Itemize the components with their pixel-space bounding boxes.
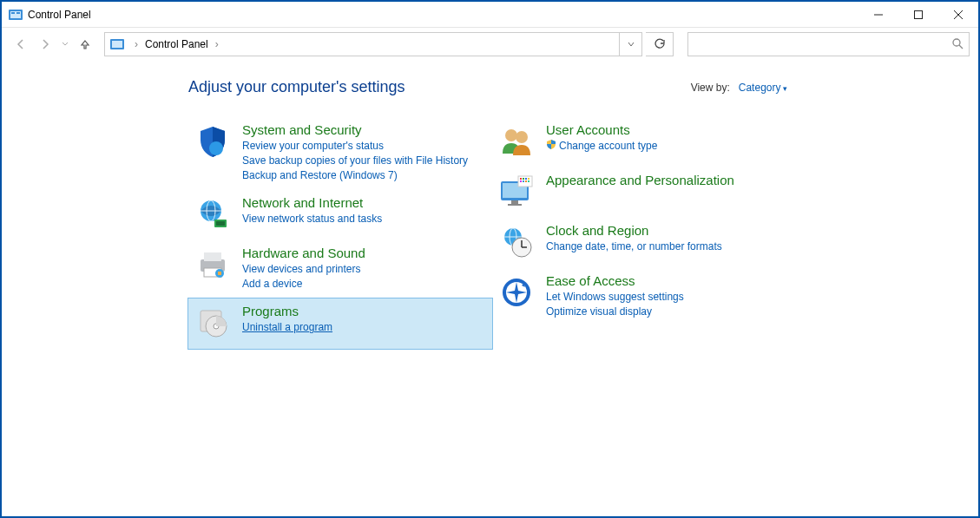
back-button[interactable]	[10, 34, 31, 55]
address-bar[interactable]: › Control Panel ›	[104, 32, 642, 56]
category-title[interactable]: Network and Internet	[242, 195, 382, 210]
user-accounts-icon	[497, 122, 536, 161]
svg-rect-35	[525, 178, 527, 180]
svg-rect-9	[112, 41, 122, 48]
close-button[interactable]	[938, 2, 978, 27]
category-link-uninstall[interactable]: Uninstall a program	[242, 320, 332, 335]
category-ease-of-access[interactable]: Ease of Access Let Windows suggest setti…	[492, 268, 796, 326]
category-network-internet[interactable]: Network and Internet View network status…	[188, 190, 492, 240]
control-panel-appicon	[9, 8, 23, 22]
navbar: › Control Panel ›	[2, 28, 978, 61]
svg-rect-19	[204, 252, 221, 261]
minimize-button[interactable]	[858, 2, 898, 27]
category-link[interactable]: Add a device	[242, 277, 365, 292]
clock-globe-icon	[497, 223, 536, 261]
titlebar: Control Panel	[2, 2, 978, 28]
svg-line-11	[959, 45, 963, 49]
category-grid: System and Security Review your computer…	[2, 117, 978, 349]
svg-rect-39	[525, 180, 527, 182]
category-hardware-sound[interactable]: Hardware and Sound View devices and prin…	[188, 240, 492, 298]
forward-button[interactable]	[35, 34, 56, 55]
left-column: System and Security Review your computer…	[188, 117, 492, 349]
category-link[interactable]: Change date, time, or number formats	[546, 239, 722, 254]
crumb-sep-icon[interactable]: ›	[129, 38, 143, 50]
category-link[interactable]: Save backup copies of your files with Fi…	[242, 154, 468, 168]
search-icon	[951, 37, 964, 52]
printer-icon	[194, 246, 232, 284]
content-area: Adjust your computer's settings View by:…	[2, 61, 978, 516]
category-link[interactable]: View network status and tasks	[242, 212, 382, 226]
category-appearance-personalization[interactable]: Appearance and Personalization	[492, 167, 796, 218]
svg-rect-40	[528, 180, 529, 182]
category-title[interactable]: User Accounts	[546, 122, 657, 137]
up-button[interactable]	[75, 34, 95, 55]
category-user-accounts[interactable]: User Accounts Change account type	[492, 117, 796, 167]
category-link[interactable]: Let Windows suggest settings	[546, 290, 684, 305]
programs-disc-icon	[194, 304, 232, 342]
globe-network-icon	[194, 195, 232, 233]
category-link[interactable]: View devices and printers	[242, 262, 365, 277]
svg-rect-3	[16, 12, 20, 14]
ease-of-access-icon	[497, 273, 536, 311]
category-title[interactable]: System and Security	[242, 122, 468, 137]
monitor-personalization-icon	[497, 173, 536, 211]
svg-rect-36	[528, 178, 529, 180]
view-by-label: View by:	[691, 82, 730, 94]
category-title[interactable]: Ease of Access	[546, 273, 684, 288]
view-by-dropdown[interactable]: Category	[739, 82, 787, 94]
svg-rect-17	[216, 221, 225, 226]
svg-point-12	[209, 141, 223, 155]
category-title[interactable]: Hardware and Sound	[242, 246, 365, 260]
svg-point-27	[516, 131, 528, 143]
category-title[interactable]: Programs	[242, 304, 332, 318]
window-title: Control Panel	[28, 9, 858, 21]
window-buttons	[858, 2, 978, 27]
shield-icon	[194, 122, 232, 161]
page-title: Adjust your computer's settings	[188, 78, 691, 96]
control-panel-crumb-icon	[109, 36, 126, 53]
address-history-dropdown[interactable]	[619, 33, 641, 56]
category-clock-region[interactable]: Clock and Region Change date, time, or n…	[492, 218, 796, 268]
breadcrumb-control-panel[interactable]: Control Panel	[143, 38, 210, 50]
control-panel-window: Control Panel	[2, 2, 978, 516]
search-input[interactable]	[687, 32, 970, 56]
crumb-sep-icon[interactable]: ›	[210, 38, 224, 50]
view-by: View by: Category	[691, 82, 787, 94]
svg-rect-22	[218, 272, 221, 275]
category-link[interactable]: Optimize visual display	[546, 305, 684, 319]
svg-rect-38	[523, 180, 524, 182]
recent-dropdown-icon[interactable]	[59, 34, 71, 55]
category-programs[interactable]: Programs Uninstall a program	[187, 298, 493, 350]
svg-rect-31	[508, 204, 522, 206]
content-header: Adjust your computer's settings View by:…	[2, 78, 978, 96]
svg-rect-30	[511, 200, 518, 204]
category-link[interactable]: Change account type	[546, 139, 657, 154]
svg-rect-33	[520, 178, 522, 180]
svg-rect-2	[11, 12, 15, 14]
svg-rect-37	[520, 180, 522, 182]
svg-point-26	[505, 129, 517, 141]
svg-point-10	[953, 39, 960, 46]
right-column: User Accounts Change account type	[492, 117, 796, 349]
svg-rect-34	[523, 178, 524, 180]
category-link[interactable]: Review your computer's status	[242, 139, 468, 154]
refresh-button[interactable]	[646, 32, 674, 56]
category-title[interactable]: Clock and Region	[546, 223, 722, 238]
category-system-security[interactable]: System and Security Review your computer…	[188, 117, 492, 190]
category-title[interactable]: Appearance and Personalization	[546, 173, 734, 187]
category-link[interactable]: Backup and Restore (Windows 7)	[242, 168, 468, 183]
uac-shield-icon	[546, 139, 556, 154]
svg-rect-5	[915, 10, 923, 18]
maximize-button[interactable]	[898, 2, 938, 27]
